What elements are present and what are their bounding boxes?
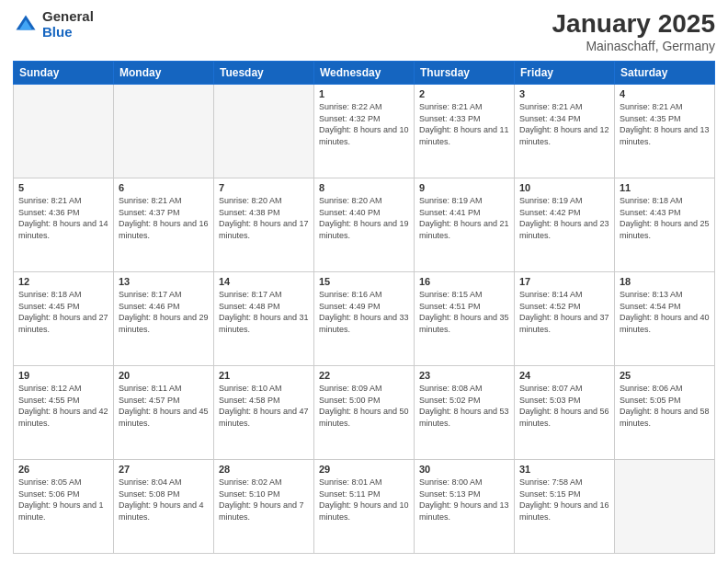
day-detail: Sunrise: 8:13 AMSunset: 4:54 PMDaylight:…: [620, 289, 710, 335]
day-number: 10: [519, 182, 609, 193]
day-cell-9: 9Sunrise: 8:19 AMSunset: 4:41 PMDaylight…: [415, 178, 515, 272]
day-number: 26: [18, 464, 108, 475]
day-detail: Sunrise: 8:11 AMSunset: 4:57 PMDaylight:…: [119, 383, 209, 429]
title-month: January 2025: [552, 9, 715, 39]
title-block: January 2025 Mainaschaff, Germany: [552, 9, 715, 53]
day-number: 11: [620, 182, 710, 193]
day-cell-19: 19Sunrise: 8:12 AMSunset: 4:55 PMDayligh…: [14, 366, 114, 460]
day-cell-6: 6Sunrise: 8:21 AMSunset: 4:37 PMDaylight…: [114, 178, 214, 272]
day-number: 8: [319, 182, 409, 193]
week-row-4: 26Sunrise: 8:05 AMSunset: 5:06 PMDayligh…: [14, 460, 715, 554]
day-detail: Sunrise: 8:05 AMSunset: 5:06 PMDaylight:…: [18, 477, 108, 523]
day-cell-21: 21Sunrise: 8:10 AMSunset: 4:58 PMDayligh…: [214, 366, 314, 460]
day-detail: Sunrise: 8:10 AMSunset: 4:58 PMDaylight:…: [219, 383, 309, 429]
day-number: 4: [620, 88, 710, 99]
day-number: 18: [620, 276, 710, 287]
day-number: 29: [319, 464, 409, 475]
day-detail: Sunrise: 8:22 AMSunset: 4:32 PMDaylight:…: [319, 101, 409, 147]
day-number: 7: [219, 182, 309, 193]
header-monday: Monday: [114, 62, 214, 85]
day-detail: Sunrise: 8:18 AMSunset: 4:45 PMDaylight:…: [18, 289, 108, 335]
day-cell-14: 14Sunrise: 8:17 AMSunset: 4:48 PMDayligh…: [214, 272, 314, 366]
day-detail: Sunrise: 8:07 AMSunset: 5:03 PMDaylight:…: [519, 383, 609, 429]
day-detail: Sunrise: 8:20 AMSunset: 4:38 PMDaylight:…: [219, 195, 309, 241]
day-detail: Sunrise: 8:15 AMSunset: 4:51 PMDaylight:…: [419, 289, 509, 335]
day-number: 5: [18, 182, 108, 193]
day-number: 19: [18, 370, 108, 381]
day-cell-11: 11Sunrise: 8:18 AMSunset: 4:43 PMDayligh…: [615, 178, 715, 272]
day-detail: Sunrise: 8:02 AMSunset: 5:10 PMDaylight:…: [219, 477, 309, 523]
day-number: 17: [519, 276, 609, 287]
day-cell-1: 1Sunrise: 8:22 AMSunset: 4:32 PMDaylight…: [314, 85, 415, 178]
day-detail: Sunrise: 8:19 AMSunset: 4:42 PMDaylight:…: [519, 195, 609, 241]
day-cell-15: 15Sunrise: 8:16 AMSunset: 4:49 PMDayligh…: [314, 272, 415, 366]
day-cell-8: 8Sunrise: 8:20 AMSunset: 4:40 PMDaylight…: [314, 178, 415, 272]
logo-icon: [13, 12, 39, 38]
header-saturday: Saturday: [615, 62, 715, 85]
day-cell-18: 18Sunrise: 8:13 AMSunset: 4:54 PMDayligh…: [615, 272, 715, 366]
logo: General Blue: [13, 9, 94, 40]
day-number: 15: [319, 276, 409, 287]
week-row-1: 5Sunrise: 8:21 AMSunset: 4:36 PMDaylight…: [14, 178, 715, 272]
day-detail: Sunrise: 8:06 AMSunset: 5:05 PMDaylight:…: [620, 383, 710, 429]
day-number: 27: [119, 464, 209, 475]
day-cell-5: 5Sunrise: 8:21 AMSunset: 4:36 PMDaylight…: [14, 178, 114, 272]
day-number: 9: [419, 182, 509, 193]
title-location: Mainaschaff, Germany: [552, 39, 715, 53]
day-detail: Sunrise: 8:17 AMSunset: 4:46 PMDaylight:…: [119, 289, 209, 335]
day-detail: Sunrise: 8:19 AMSunset: 4:41 PMDaylight:…: [419, 195, 509, 241]
day-number: 25: [620, 370, 710, 381]
day-cell-16: 16Sunrise: 8:15 AMSunset: 4:51 PMDayligh…: [415, 272, 515, 366]
day-number: 6: [119, 182, 209, 193]
day-cell-23: 23Sunrise: 8:08 AMSunset: 5:02 PMDayligh…: [415, 366, 515, 460]
day-number: 22: [319, 370, 409, 381]
week-row-3: 19Sunrise: 8:12 AMSunset: 4:55 PMDayligh…: [14, 366, 715, 460]
day-number: 16: [419, 276, 509, 287]
day-cell-empty-1: [114, 85, 214, 178]
day-detail: Sunrise: 8:14 AMSunset: 4:52 PMDaylight:…: [519, 289, 609, 335]
day-number: 30: [419, 464, 509, 475]
logo-blue: Blue: [42, 25, 94, 40]
day-cell-30: 30Sunrise: 8:00 AMSunset: 5:13 PMDayligh…: [415, 460, 515, 554]
day-cell-4: 4Sunrise: 8:21 AMSunset: 4:35 PMDaylight…: [615, 85, 715, 178]
day-detail: Sunrise: 8:21 AMSunset: 4:37 PMDaylight:…: [119, 195, 209, 241]
day-number: 24: [519, 370, 609, 381]
day-cell-25: 25Sunrise: 8:06 AMSunset: 5:05 PMDayligh…: [615, 366, 715, 460]
header-tuesday: Tuesday: [214, 62, 314, 85]
day-cell-24: 24Sunrise: 8:07 AMSunset: 5:03 PMDayligh…: [515, 366, 615, 460]
day-detail: Sunrise: 8:09 AMSunset: 5:00 PMDaylight:…: [319, 383, 409, 429]
day-detail: Sunrise: 8:21 AMSunset: 4:33 PMDaylight:…: [419, 101, 509, 147]
day-cell-29: 29Sunrise: 8:01 AMSunset: 5:11 PMDayligh…: [314, 460, 415, 554]
day-cell-22: 22Sunrise: 8:09 AMSunset: 5:00 PMDayligh…: [314, 366, 415, 460]
day-detail: Sunrise: 8:00 AMSunset: 5:13 PMDaylight:…: [419, 477, 509, 523]
day-cell-26: 26Sunrise: 8:05 AMSunset: 5:06 PMDayligh…: [14, 460, 114, 554]
day-cell-2: 2Sunrise: 8:21 AMSunset: 4:33 PMDaylight…: [415, 85, 515, 178]
day-detail: Sunrise: 8:16 AMSunset: 4:49 PMDaylight:…: [319, 289, 409, 335]
day-number: 3: [519, 88, 609, 99]
day-cell-31: 31Sunrise: 7:58 AMSunset: 5:15 PMDayligh…: [515, 460, 615, 554]
day-number: 23: [419, 370, 509, 381]
header-thursday: Thursday: [415, 62, 515, 85]
day-detail: Sunrise: 8:12 AMSunset: 4:55 PMDaylight:…: [18, 383, 108, 429]
day-cell-28: 28Sunrise: 8:02 AMSunset: 5:10 PMDayligh…: [214, 460, 314, 554]
header-sunday: Sunday: [14, 62, 114, 85]
day-detail: Sunrise: 8:18 AMSunset: 4:43 PMDaylight:…: [620, 195, 710, 241]
day-number: 1: [319, 88, 409, 99]
day-cell-3: 3Sunrise: 8:21 AMSunset: 4:34 PMDaylight…: [515, 85, 615, 178]
day-number: 20: [119, 370, 209, 381]
day-number: 2: [419, 88, 509, 99]
day-number: 14: [219, 276, 309, 287]
week-row-2: 12Sunrise: 8:18 AMSunset: 4:45 PMDayligh…: [14, 272, 715, 366]
week-row-0: 1Sunrise: 8:22 AMSunset: 4:32 PMDaylight…: [14, 85, 715, 178]
day-detail: Sunrise: 8:21 AMSunset: 4:34 PMDaylight:…: [519, 101, 609, 147]
day-cell-20: 20Sunrise: 8:11 AMSunset: 4:57 PMDayligh…: [114, 366, 214, 460]
day-number: 28: [219, 464, 309, 475]
day-number: 12: [18, 276, 108, 287]
calendar-table: SundayMondayTuesdayWednesdayThursdayFrid…: [13, 61, 715, 554]
day-detail: Sunrise: 8:01 AMSunset: 5:11 PMDaylight:…: [319, 477, 409, 523]
logo-general: General: [42, 9, 94, 25]
day-cell-12: 12Sunrise: 8:18 AMSunset: 4:45 PMDayligh…: [14, 272, 114, 366]
header-row: SundayMondayTuesdayWednesdayThursdayFrid…: [14, 62, 715, 85]
header: General Blue January 2025 Mainaschaff, G…: [13, 9, 715, 53]
day-cell-13: 13Sunrise: 8:17 AMSunset: 4:46 PMDayligh…: [114, 272, 214, 366]
